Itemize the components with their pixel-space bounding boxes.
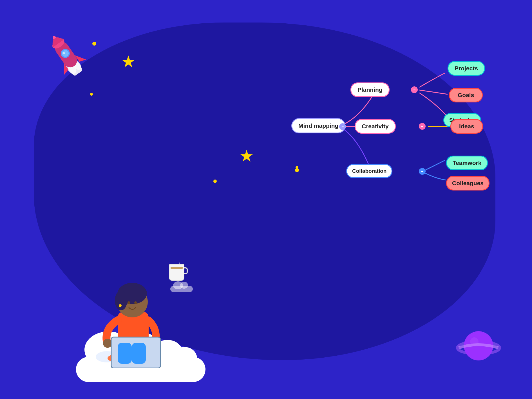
svg-point-10 — [119, 304, 122, 307]
dot-deco-2 — [90, 93, 93, 96]
star-large-2: ★ — [239, 146, 254, 165]
node-goals: Goals — [449, 88, 483, 102]
node-collaboration: Collaboration — [346, 164, 392, 178]
node-mind-mapping: Mind mapping — [291, 118, 345, 133]
svg-rect-18 — [132, 343, 146, 364]
person-illustration — [84, 247, 175, 368]
node-creativity: Creativity — [355, 119, 396, 134]
node-colleagues: Colleagues — [446, 176, 489, 190]
svg-point-11 — [103, 339, 112, 348]
node-projects: Projects — [448, 61, 485, 76]
dot-deco-1 — [92, 42, 96, 46]
mindmap-container: Mind mapping − Planning − Creativity − C… — [287, 44, 518, 210]
dot-deco-3 — [213, 180, 217, 183]
planning-connector-dot: − — [411, 86, 418, 93]
star-large-1: ★ — [121, 52, 136, 71]
svg-rect-17 — [118, 343, 132, 364]
collaboration-connector-dot: − — [419, 168, 426, 175]
center-connector-dot: − — [339, 123, 346, 130]
node-planning: Planning — [350, 82, 390, 97]
planet-saturn — [456, 328, 501, 365]
node-ideas: Ideas — [450, 119, 483, 134]
svg-point-9 — [134, 301, 137, 304]
node-teamwork: Teamwork — [446, 156, 488, 170]
svg-point-8 — [128, 301, 130, 304]
svg-point-7 — [115, 291, 127, 310]
creativity-connector-dot: − — [419, 123, 426, 130]
